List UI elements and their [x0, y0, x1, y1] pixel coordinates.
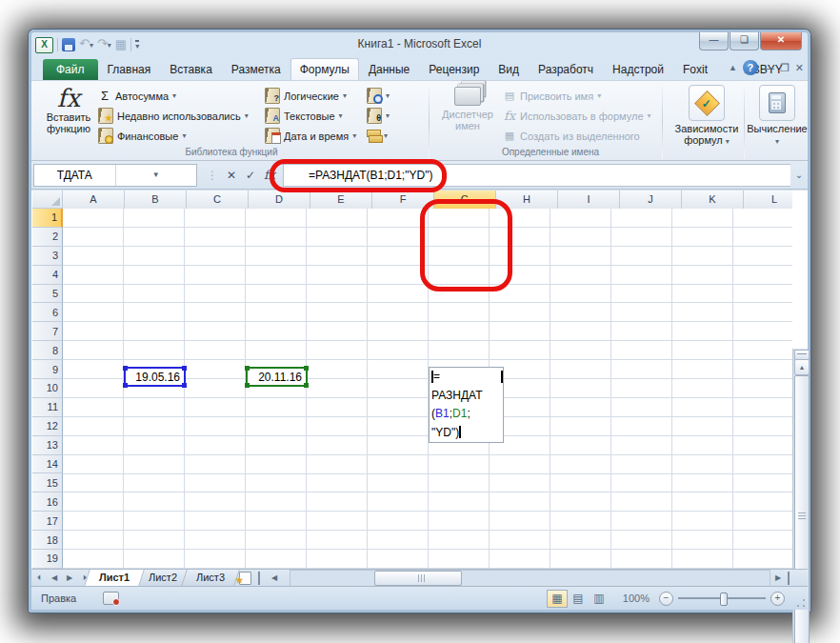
column-header-g[interactable]: G	[434, 191, 496, 209]
grid-cells[interactable]	[63, 209, 792, 569]
more-functions-button[interactable]: ▾	[367, 126, 390, 146]
row-header-3[interactable]: 3	[32, 247, 63, 266]
insert-function-button[interactable]: fx Вставить функцию	[41, 85, 96, 134]
text-functions-button[interactable]: A Текстовые▾	[265, 106, 356, 126]
row-header-17[interactable]: 17	[32, 512, 63, 531]
enter-icon[interactable]: ✓	[241, 169, 260, 182]
use-in-formula-button[interactable]: fx Использовать в формуле▾	[503, 106, 651, 126]
insert-function-icon[interactable]: fx	[260, 168, 279, 182]
redo-icon[interactable]: ↷▾	[97, 37, 111, 52]
column-header-k[interactable]: K	[682, 191, 744, 209]
select-all-corner[interactable]	[32, 191, 63, 209]
page-layout-view-icon[interactable]: ▤	[568, 590, 589, 608]
row-header-12[interactable]: 12	[32, 417, 63, 436]
autosum-button[interactable]: Σ Автосумма▾	[98, 86, 249, 106]
tab-developer[interactable]: Разработч	[529, 59, 603, 80]
column-header-d[interactable]: D	[249, 191, 310, 209]
minimize-button[interactable]: —	[699, 32, 729, 50]
cancel-icon[interactable]: ✕	[222, 169, 241, 182]
doc-restore-icon[interactable]: ❐	[780, 61, 790, 74]
row-header-9[interactable]: 9	[32, 360, 63, 379]
save-icon[interactable]	[62, 38, 75, 51]
date-time-button[interactable]: Дата и время▾	[265, 126, 356, 146]
cell-b1[interactable]: 19.05.16	[124, 367, 186, 387]
macro-record-icon[interactable]	[103, 592, 119, 605]
tab-page-layout[interactable]: Разметка	[222, 59, 290, 80]
row-header-14[interactable]: 14	[32, 455, 63, 474]
tab-view[interactable]: Вид	[489, 59, 529, 80]
formula-auditing-button[interactable]: ✓ Зависимости формул ▾	[671, 85, 742, 148]
tab-formulas[interactable]: Формулы	[290, 58, 359, 80]
tab-addins[interactable]: Надстрой	[603, 59, 673, 80]
row-header-1[interactable]: 1	[32, 209, 63, 228]
name-box[interactable]: ТДАТА ▼	[33, 164, 197, 187]
horizontal-scrollbar[interactable]	[290, 570, 770, 587]
math-trig-button[interactable]: θ▾	[367, 106, 390, 126]
doc-close-icon[interactable]: ✕	[795, 61, 804, 74]
zoom-slider-knob[interactable]	[720, 593, 728, 606]
row-header-7[interactable]: 7	[32, 322, 63, 341]
logical-button[interactable]: ? Логические▾	[265, 86, 356, 106]
column-header-a[interactable]: A	[63, 191, 125, 209]
sheet-tab-list1[interactable]: Лист1	[84, 570, 145, 586]
zoom-level[interactable]: 100%	[623, 593, 650, 604]
zoom-in-icon[interactable]: +	[770, 592, 785, 606]
row-header-4[interactable]: 4	[32, 266, 63, 285]
undo-icon[interactable]: ↶▾	[79, 37, 93, 52]
customize-qat-icon[interactable]: ▾	[135, 40, 139, 50]
row-header-6[interactable]: 6	[32, 303, 63, 322]
row-header-16[interactable]: 16	[32, 492, 63, 512]
first-sheet-icon[interactable]: ⏴	[31, 573, 47, 583]
row-header-18[interactable]: 18	[32, 531, 63, 550]
tab-home[interactable]: Главная	[98, 59, 161, 80]
help-icon[interactable]: ?	[743, 60, 758, 75]
scroll-right-icon[interactable]: ▶	[770, 573, 786, 582]
column-header-i[interactable]: I	[558, 191, 620, 209]
row-header-8[interactable]: 8	[32, 341, 63, 360]
column-header-b[interactable]: B	[125, 191, 187, 209]
column-header-j[interactable]: J	[620, 191, 682, 209]
tab-data[interactable]: Данные	[359, 59, 419, 80]
normal-view-icon[interactable]: ▦	[547, 590, 568, 608]
row-header-10[interactable]: 10	[32, 379, 63, 398]
tab-review[interactable]: Рецензир	[419, 59, 489, 80]
column-header-e[interactable]: E	[310, 191, 372, 209]
row-header-11[interactable]: 11	[32, 398, 63, 417]
row-header-19[interactable]: 19	[32, 550, 63, 569]
cell-g1-edit[interactable]: = РАЗНДАТ (B1;D1; "YD")	[429, 367, 504, 443]
define-name-button[interactable]: ▤ Присвоить имя▾	[503, 86, 651, 106]
financial-button[interactable]: Финансовые▾	[98, 126, 249, 146]
restore-button[interactable]: ❏	[730, 32, 759, 50]
scroll-up-icon[interactable]: ▲	[794, 359, 810, 375]
table-tool-icon[interactable]: ▦	[115, 38, 127, 51]
collapse-ribbon-icon[interactable]: ▲	[729, 63, 737, 72]
lookup-reference-button[interactable]: ▾	[367, 86, 390, 106]
column-header-l[interactable]: L	[744, 191, 792, 209]
recently-used-button[interactable]: ★ Недавно использовались▾	[98, 106, 249, 126]
scrollbar-splitter[interactable]	[788, 572, 794, 585]
row-header-2[interactable]: 2	[32, 228, 63, 247]
insert-worksheet-icon[interactable]: ★	[235, 571, 256, 585]
name-box-dropdown-icon[interactable]: ▼	[115, 165, 197, 186]
create-from-selection-button[interactable]: ▦ Создать из выделенного	[503, 126, 651, 146]
doc-minimize-icon[interactable]: —	[764, 61, 774, 74]
column-header-h[interactable]: H	[496, 191, 558, 209]
next-sheet-icon[interactable]: ▶	[62, 573, 77, 582]
sheet-tab-list3[interactable]: Лист3	[181, 570, 240, 586]
column-header-f[interactable]: F	[372, 191, 434, 209]
row-header-5[interactable]: 5	[32, 285, 63, 304]
scroll-left-icon[interactable]: ◀	[267, 573, 282, 582]
tab-foxit-pdf[interactable]: Foxit PDF	[673, 59, 735, 80]
tab-insert[interactable]: Вставка	[160, 59, 222, 80]
prev-sheet-icon[interactable]: ◀	[47, 573, 62, 582]
horizontal-scroll-thumb[interactable]	[374, 571, 462, 586]
column-header-c[interactable]: C	[187, 191, 249, 209]
close-button[interactable]: ✕	[760, 32, 802, 50]
zoom-out-icon[interactable]: −	[659, 592, 673, 606]
excel-logo-icon[interactable]: X	[35, 37, 53, 53]
resize-grip[interactable]	[796, 598, 806, 608]
row-header-15[interactable]: 15	[32, 473, 63, 492]
tab-scrollbar-splitter[interactable]	[258, 572, 265, 585]
row-header-13[interactable]: 13	[32, 436, 63, 455]
expand-formula-bar-icon[interactable]: ⌄	[790, 170, 808, 180]
